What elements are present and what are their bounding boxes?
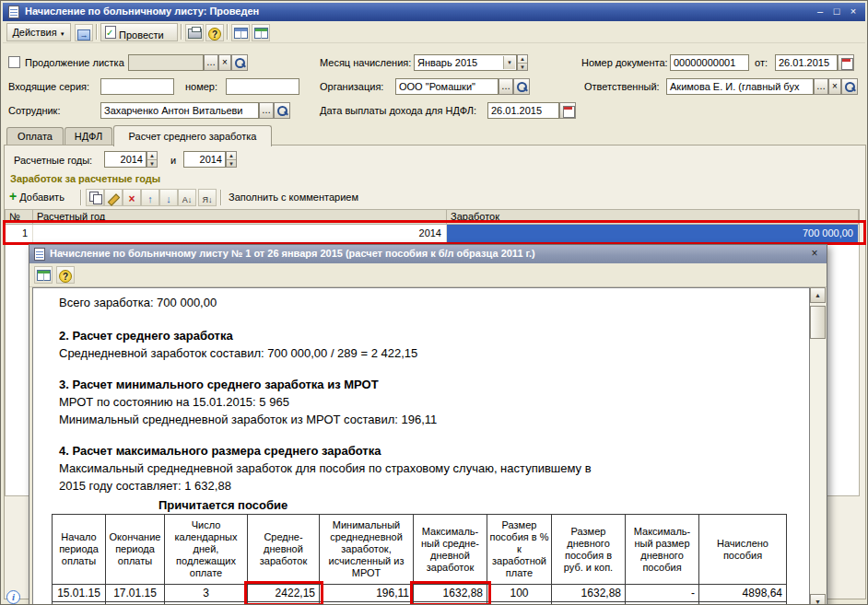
- continuation-open-button[interactable]: [231, 54, 248, 71]
- month-spinner[interactable]: ▲ ▼: [517, 54, 528, 71]
- continuation-clear-button[interactable]: ×: [218, 54, 231, 71]
- benefit-cell: -: [626, 602, 699, 605]
- app-window: Начисление по больничному листу: Проведе…: [0, 0, 868, 605]
- edit-row-button[interactable]: [104, 189, 123, 206]
- benefit-cell: 4898,64: [699, 585, 787, 602]
- benefit-cell: 18.01.15: [53, 602, 106, 605]
- org-field[interactable]: ООО "Ромашки": [395, 78, 499, 95]
- docnum-field[interactable]: 00000000001: [670, 54, 749, 71]
- org-open-button[interactable]: [513, 78, 530, 95]
- go-button[interactable]: →: [75, 24, 93, 41]
- doc-date-field[interactable]: 26.01.2015: [775, 54, 838, 71]
- ndfl-date-calendar-button[interactable]: [559, 102, 576, 119]
- minimize-button[interactable]: –: [812, 5, 828, 19]
- year-from-field[interactable]: 2014: [104, 151, 147, 168]
- benefit-cell: 100: [487, 585, 552, 602]
- year-to-spinner[interactable]: ▲ ▼: [226, 151, 237, 168]
- col-header-year[interactable]: Расчетный год: [33, 210, 447, 225]
- benefit-header: Начало периода оплаты: [53, 515, 106, 585]
- scroll-up-button[interactable]: ▲: [810, 287, 826, 303]
- row-cell-num[interactable]: 1: [6, 225, 33, 243]
- benefit-cell: 17.01.15: [106, 585, 165, 602]
- benefit-header: Максималь-ный размер дневного пособия: [626, 515, 699, 585]
- benefit-data-row: 18.01.15 24.01.15 7 2422,15 196,11 1632,…: [53, 602, 787, 605]
- post-button[interactable]: ✓ Провести: [100, 23, 178, 41]
- responsible-open-button[interactable]: [841, 78, 858, 95]
- ndfl-date-field[interactable]: 26.01.2015: [487, 102, 559, 119]
- col-header-earnings[interactable]: Заработок: [447, 210, 859, 225]
- delete-row-button[interactable]: ×: [123, 189, 141, 206]
- responsible-choose-button[interactable]: …: [814, 78, 828, 95]
- calc-help-button[interactable]: ?: [56, 266, 75, 284]
- spin-down-icon[interactable]: ▼: [227, 159, 236, 167]
- add-row-button[interactable]: + Добавить: [8, 188, 76, 206]
- magnifier-icon: [234, 57, 246, 69]
- magnifier-icon: [516, 81, 528, 93]
- benefit-cell: 11430,16: [699, 602, 787, 605]
- continuation-checkbox[interactable]: [8, 56, 20, 68]
- copy-row-button[interactable]: [86, 189, 104, 206]
- month-combo[interactable]: Январь 2015 ▼: [414, 54, 517, 71]
- continuation-field[interactable]: [128, 54, 204, 71]
- sort-asc-button[interactable]: А↓: [178, 189, 196, 206]
- employee-choose-button[interactable]: …: [259, 102, 274, 119]
- printer-icon: [188, 29, 202, 39]
- benefit-header: Начислено пособия: [699, 515, 787, 585]
- chevron-down-icon: ▼: [60, 31, 65, 37]
- responsible-clear-button[interactable]: ×: [828, 78, 841, 95]
- month-dropdown-icon[interactable]: ▼: [503, 56, 515, 69]
- actions-menu-button[interactable]: Действия ▼: [6, 23, 71, 41]
- maximize-button[interactable]: □: [828, 5, 845, 19]
- spin-up-icon[interactable]: ▲: [518, 55, 527, 63]
- tab-payment[interactable]: Оплата: [6, 127, 64, 145]
- close-button[interactable]: ×: [845, 5, 862, 19]
- toolbar-separator: [96, 24, 98, 40]
- spin-down-icon[interactable]: ▼: [147, 159, 157, 167]
- spin-down-icon[interactable]: ▼: [518, 63, 527, 70]
- sort-desc-button[interactable]: Я↓: [198, 189, 217, 206]
- org-choose-button[interactable]: …: [499, 78, 513, 95]
- report-mrot-line2: Минимальный среднедневной заработок из М…: [59, 413, 437, 426]
- post-label: Провести: [119, 29, 164, 41]
- year-to-field[interactable]: 2014: [183, 151, 226, 168]
- move-down-button[interactable]: ↓: [159, 189, 178, 206]
- benefit-cell: 196,11: [320, 602, 414, 605]
- benefit-table-title: Причитается пособие: [158, 498, 287, 512]
- spin-up-icon[interactable]: ▲: [147, 152, 157, 159]
- month-label: Месяц начисления:: [320, 57, 411, 68]
- toolbar-separator: [220, 190, 222, 205]
- plus-icon: +: [9, 189, 17, 204]
- col-header-num[interactable]: №: [6, 210, 33, 225]
- info-icon: i: [6, 590, 20, 604]
- print-button[interactable]: [185, 24, 204, 41]
- and-label: и: [170, 155, 176, 166]
- report-heading-4: 4. Расчет максимального размера среднего…: [59, 444, 381, 458]
- fill-with-comment-button[interactable]: Заполнить с комментарием: [228, 188, 366, 206]
- move-up-button[interactable]: ↑: [141, 189, 159, 206]
- settings-view-button[interactable]: [252, 24, 270, 41]
- responsible-label: Ответственный:: [584, 81, 660, 92]
- tab-average-earnings[interactable]: Расчет среднего заработка: [113, 125, 272, 146]
- continuation-choose-button[interactable]: …: [204, 54, 218, 71]
- row-cell-year[interactable]: 2014: [33, 225, 447, 243]
- row-cell-earnings[interactable]: 700 000,00: [447, 225, 859, 243]
- help-button[interactable]: ?: [205, 24, 224, 41]
- employee-open-button[interactable]: [274, 102, 290, 119]
- spin-up-icon[interactable]: ▲: [227, 152, 236, 159]
- structure-button[interactable]: [231, 24, 250, 41]
- scroll-down-button[interactable]: ▼: [810, 594, 826, 605]
- post-icon: ✓: [105, 26, 116, 39]
- vertical-scrollbar[interactable]: ▲ ▼: [810, 287, 826, 605]
- scrollbar-thumb[interactable]: [810, 306, 826, 339]
- doc-date-calendar-button[interactable]: [838, 54, 854, 71]
- number-field[interactable]: [226, 78, 299, 95]
- series-field[interactable]: [100, 78, 174, 95]
- tab-ndfl[interactable]: НДФЛ: [65, 127, 112, 145]
- year-from-spinner[interactable]: ▲ ▼: [147, 151, 158, 168]
- responsible-field[interactable]: Акимова Е. И. (главный бух: [666, 78, 814, 95]
- calc-close-button[interactable]: ×: [806, 247, 823, 262]
- report-settings-button[interactable]: [34, 266, 53, 284]
- benefit-data-row: 15.01.15 17.01.15 3 2422,15 196,11 1632,…: [53, 585, 787, 602]
- title-bar: Начисление по больничному листу: Проведе…: [3, 3, 865, 21]
- employee-field[interactable]: Захарченко Антон Витальеви: [100, 102, 259, 119]
